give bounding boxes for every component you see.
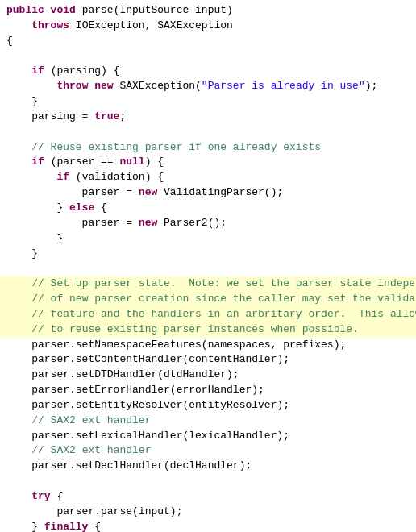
line-content: }	[6, 247, 410, 262]
code-line: if (parser == null) {	[0, 155, 416, 170]
code-line: // feature and the handlers in an arbrit…	[0, 307, 416, 322]
token	[6, 64, 31, 77]
line-content: if (parsing) {	[6, 64, 410, 79]
code-line: }	[0, 231, 416, 247]
code-line: // Reuse existing parser if one already …	[0, 140, 416, 156]
line-content: throws IOException, SAXException	[6, 19, 410, 34]
token: // feature and the handlers in an arbrit…	[31, 308, 416, 320]
code-line: throw new SAXException("Parser is alread…	[0, 79, 416, 94]
line-content: parser.setDeclHandler(declHandler);	[6, 459, 410, 474]
code-line: }	[0, 94, 416, 110]
code-line: try {	[0, 489, 416, 505]
token: true	[94, 110, 119, 123]
line-content: } finally {	[6, 520, 410, 532]
token: parser.setNamespaceFeatures(namespaces, …	[6, 339, 346, 351]
code-line	[0, 49, 416, 64]
line-content: parser.setEntityResolver(entityResolver)…	[6, 398, 410, 414]
token	[6, 80, 56, 92]
line-content: parser.parse(input);	[6, 505, 410, 520]
code-line: // of new parser creation since the call…	[0, 292, 416, 307]
token	[6, 308, 31, 320]
line-content: parsing = true;	[6, 110, 410, 125]
code-line: } else {	[0, 201, 416, 216]
line-content: if (validation) {	[6, 170, 410, 185]
token: try	[31, 490, 50, 502]
token: throws	[6, 19, 76, 31]
token: public void	[6, 4, 82, 16]
token: parser.setEntityResolver(entityResolver)…	[6, 399, 289, 411]
code-line	[0, 261, 416, 276]
code-line: parser.parse(input);	[0, 505, 416, 520]
token: {	[51, 490, 64, 502]
token: (InputSource input)	[114, 4, 233, 16]
token: IOException, SAXException	[76, 19, 233, 31]
line-content: // SAX2 ext handler	[6, 443, 410, 459]
line-content: }	[6, 231, 410, 247]
token: if	[31, 156, 44, 168]
code-line: }	[0, 247, 416, 262]
token: }	[6, 95, 38, 107]
token: {	[6, 35, 13, 47]
token	[6, 171, 56, 183]
line-content: // Reuse existing parser if one already …	[6, 140, 410, 156]
token: }	[6, 521, 44, 532]
token: new	[139, 186, 157, 198]
token: (parsing) {	[44, 64, 120, 77]
token: SAXException(	[114, 80, 202, 92]
code-line: parser.setContentHandler(contentHandler)…	[0, 352, 416, 368]
token	[6, 323, 31, 335]
code-line: parser.setDeclHandler(declHandler);	[0, 459, 416, 474]
line-content: parser.setLexicalHandler(lexicalHandler)…	[6, 429, 410, 444]
token: ;	[119, 110, 126, 123]
token: // SAX2 ext handler	[31, 444, 151, 456]
token: finally	[44, 521, 89, 532]
line-content	[6, 49, 410, 64]
code-line: public void parse(InputSource input)	[0, 3, 416, 19]
token: throw new	[56, 80, 113, 92]
token: // Reuse existing parser if one already …	[31, 141, 321, 153]
line-content	[6, 474, 410, 489]
token: parser.setDeclHandler(declHandler);	[6, 459, 252, 472]
code-line: parser.setEntityResolver(entityResolver)…	[0, 398, 416, 414]
line-content	[6, 125, 410, 140]
code-line: {	[0, 34, 416, 49]
token: (parser ==	[44, 156, 120, 168]
token: if	[31, 64, 44, 77]
code-line: parser = new Parser2();	[0, 216, 416, 231]
code-line: parsing = true;	[0, 110, 416, 125]
token: {	[94, 202, 107, 214]
code-line: parser.setLexicalHandler(lexicalHandler)…	[0, 429, 416, 444]
token	[6, 277, 31, 289]
code-line: // to reuse existing parser instances wh…	[0, 322, 416, 338]
token: }	[6, 232, 63, 244]
code-line: } finally {	[0, 520, 416, 532]
token: }	[6, 247, 38, 260]
line-content: }	[6, 94, 410, 110]
code-line: if (parsing) {	[0, 64, 416, 79]
line-content: parser = new ValidatingParser();	[6, 185, 410, 201]
code-line: parser = new ValidatingParser();	[0, 185, 416, 201]
line-content: parser.setDTDHandler(dtdHandler);	[6, 368, 410, 383]
line-content: // Set up parser state. Note: we set the…	[6, 276, 416, 292]
token: parser =	[6, 186, 139, 198]
token: parsing =	[6, 110, 94, 123]
token: null	[119, 156, 144, 168]
token: ) {	[145, 156, 164, 168]
token	[6, 293, 31, 305]
token: }	[6, 202, 69, 214]
token: if	[56, 171, 69, 183]
token	[6, 156, 31, 168]
code-line: parser.setNamespaceFeatures(namespaces, …	[0, 338, 416, 353]
line-content: throw new SAXException("Parser is alread…	[6, 79, 410, 94]
token: // of new parser creation since the call…	[31, 293, 416, 305]
token: parser.setLexicalHandler(lexicalHandler)…	[6, 430, 289, 442]
line-content: // of new parser creation since the call…	[6, 292, 416, 307]
code-line: // SAX2 ext handler	[0, 414, 416, 429]
token: // Set up parser state. Note: we set the…	[31, 277, 416, 289]
token: "Parser is already in use"	[202, 80, 365, 92]
code-container: public void parse(InputSource input) thr…	[0, 0, 416, 532]
line-content: parser.setNamespaceFeatures(namespaces, …	[6, 338, 410, 353]
token: ValidatingParser();	[157, 186, 283, 198]
token	[6, 414, 31, 426]
token: parser =	[6, 217, 139, 229]
